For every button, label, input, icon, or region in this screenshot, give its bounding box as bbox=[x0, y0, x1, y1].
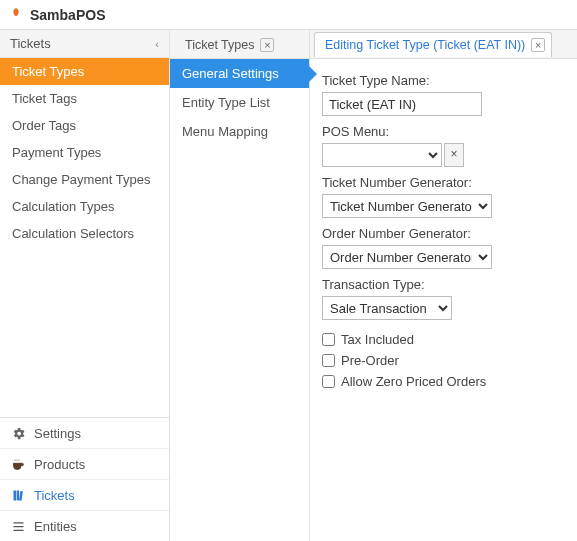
tab-label: Ticket Types bbox=[185, 38, 254, 52]
sidebar-item-change-payment-types[interactable]: Change Payment Types bbox=[0, 166, 169, 193]
select-pos-menu[interactable] bbox=[322, 143, 442, 167]
module-entities[interactable]: Entities bbox=[0, 510, 169, 541]
close-icon[interactable]: × bbox=[260, 38, 274, 52]
module-label: Settings bbox=[34, 426, 81, 441]
checkbox-tax-included[interactable] bbox=[322, 333, 335, 346]
logo-icon bbox=[8, 7, 24, 23]
sidebar-item-payment-types[interactable]: Payment Types bbox=[0, 139, 169, 166]
module-tickets[interactable]: Tickets bbox=[0, 479, 169, 510]
module-products[interactable]: Products bbox=[0, 448, 169, 479]
label-order-number-generator: Order Number Generator: bbox=[322, 226, 565, 241]
checkbox-row-pre-order[interactable]: Pre-Order bbox=[322, 353, 565, 368]
sidebar: Tickets ‹ Ticket Types Ticket Tags Order… bbox=[0, 30, 170, 541]
checkbox-label: Allow Zero Priced Orders bbox=[341, 374, 486, 389]
form: Ticket Type Name: POS Menu: × Ticket Num… bbox=[310, 59, 577, 399]
app-title: SambaPOS bbox=[30, 7, 105, 23]
select-order-number-generator[interactable]: Order Number Generator bbox=[322, 245, 492, 269]
subnav-item-menu-mapping[interactable]: Menu Mapping bbox=[170, 117, 309, 146]
subnav-item-entity-type-list[interactable]: Entity Type List bbox=[170, 88, 309, 117]
svg-rect-2 bbox=[19, 490, 23, 500]
clear-pos-menu-button[interactable]: × bbox=[444, 143, 464, 167]
app-header: SambaPOS bbox=[0, 0, 577, 30]
input-ticket-type-name[interactable] bbox=[322, 92, 482, 116]
sidebar-item-ticket-tags[interactable]: Ticket Tags bbox=[0, 85, 169, 112]
close-icon[interactable]: × bbox=[531, 38, 545, 52]
svg-rect-1 bbox=[16, 490, 19, 500]
gear-icon bbox=[10, 425, 26, 441]
sidebar-item-calculation-types[interactable]: Calculation Types bbox=[0, 193, 169, 220]
checkbox-label: Tax Included bbox=[341, 332, 414, 347]
module-label: Products bbox=[34, 457, 85, 472]
checkbox-allow-zero-priced[interactable] bbox=[322, 375, 335, 388]
sidebar-header[interactable]: Tickets ‹ bbox=[0, 30, 169, 58]
sidebar-item-order-tags[interactable]: Order Tags bbox=[0, 112, 169, 139]
tab-editing-ticket-type[interactable]: Editing Ticket Type (Ticket (EAT IN)) × bbox=[314, 32, 552, 57]
label-transaction-type: Transaction Type: bbox=[322, 277, 565, 292]
sidebar-header-label: Tickets bbox=[10, 36, 51, 51]
checkbox-row-allow-zero-priced[interactable]: Allow Zero Priced Orders bbox=[322, 374, 565, 389]
checkbox-label: Pre-Order bbox=[341, 353, 399, 368]
subnav-item-general-settings[interactable]: General Settings bbox=[170, 59, 309, 88]
module-settings[interactable]: Settings bbox=[0, 418, 169, 448]
label-pos-menu: POS Menu: bbox=[322, 124, 565, 139]
subnav-tab-strip: Ticket Types × bbox=[170, 30, 309, 59]
checkbox-row-tax-included[interactable]: Tax Included bbox=[322, 332, 565, 347]
select-ticket-number-generator[interactable]: Ticket Number Generator bbox=[322, 194, 492, 218]
tab-label: Editing Ticket Type (Ticket (EAT IN)) bbox=[325, 38, 525, 52]
tab-ticket-types[interactable]: Ticket Types × bbox=[174, 32, 281, 57]
select-transaction-type[interactable]: Sale Transaction bbox=[322, 296, 452, 320]
editor-panel: Editing Ticket Type (Ticket (EAT IN)) × … bbox=[310, 30, 577, 541]
sidebar-item-calculation-selectors[interactable]: Calculation Selectors bbox=[0, 220, 169, 247]
module-label: Entities bbox=[34, 519, 77, 534]
chevron-left-icon: ‹ bbox=[155, 38, 159, 50]
module-label: Tickets bbox=[34, 488, 75, 503]
list-icon bbox=[10, 518, 26, 534]
checkbox-pre-order[interactable] bbox=[322, 354, 335, 367]
sidebar-item-ticket-types[interactable]: Ticket Types bbox=[0, 58, 169, 85]
subnav: Ticket Types × General Settings Entity T… bbox=[170, 30, 310, 541]
coffee-icon bbox=[10, 456, 26, 472]
sidebar-modules: Settings Products Tickets bbox=[0, 417, 169, 541]
label-ticket-type-name: Ticket Type Name: bbox=[322, 73, 565, 88]
editor-tab-strip: Editing Ticket Type (Ticket (EAT IN)) × bbox=[310, 30, 577, 59]
label-ticket-number-generator: Ticket Number Generator: bbox=[322, 175, 565, 190]
svg-rect-0 bbox=[13, 490, 16, 500]
books-icon bbox=[10, 487, 26, 503]
